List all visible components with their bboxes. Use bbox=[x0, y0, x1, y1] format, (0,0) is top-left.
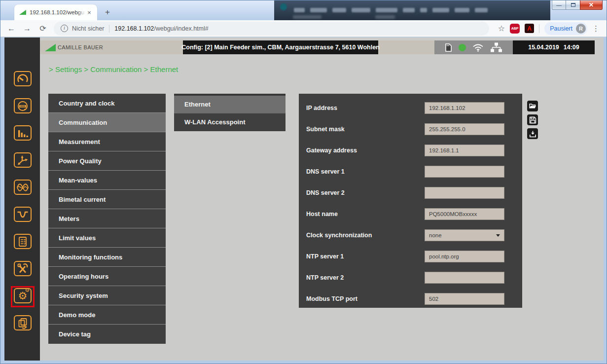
tab-favicon-triangle-icon bbox=[19, 10, 26, 15]
download-config-button[interactable] bbox=[527, 128, 538, 139]
brand-logo[interactable]: CAMILLE BAUER bbox=[45, 40, 103, 54]
menu-item-device-tag[interactable]: Device tag bbox=[48, 325, 166, 344]
menu-item-operating-hours[interactable]: Operating hours bbox=[48, 267, 166, 286]
webgui-page: ⚙ ⚙ CAMILLE BAUER Config: [2] Main Feede… bbox=[4, 37, 604, 361]
menu-item-limit-values[interactable]: Limit values bbox=[48, 228, 166, 248]
save-floppy-icon bbox=[529, 116, 536, 124]
clock-synchronization-label: Clock synchronization bbox=[306, 229, 372, 241]
data-export-icon bbox=[16, 317, 29, 329]
network-icon bbox=[490, 42, 502, 52]
tools-icon bbox=[16, 263, 29, 275]
browser-window: 192.168.1.102/webgui/index.html × + — ✕ … bbox=[0, 0, 607, 364]
sidebar-item-meter-display[interactable] bbox=[14, 98, 32, 113]
tab-close-icon[interactable]: × bbox=[85, 8, 93, 16]
sidebar-item-data-export[interactable] bbox=[14, 315, 32, 330]
waveform-icon bbox=[16, 182, 29, 193]
clock-synchronization-select[interactable]: none bbox=[425, 229, 504, 241]
menu-item-bimetal-current[interactable]: Bimetal current bbox=[48, 190, 166, 209]
subnet-mask-label: Subnet mask bbox=[306, 123, 345, 135]
dns-server-2-field[interactable] bbox=[425, 187, 504, 199]
info-icon[interactable]: i bbox=[61, 25, 68, 32]
save-config-button[interactable] bbox=[527, 114, 538, 125]
host-name-field[interactable] bbox=[425, 208, 504, 220]
brand-name: CAMILLE BAUER bbox=[58, 44, 103, 50]
status-strip bbox=[434, 40, 513, 54]
clock-synchronization-value: none bbox=[429, 232, 496, 238]
sidebar-item-phasor[interactable] bbox=[14, 152, 32, 168]
ntp-server-1-field[interactable] bbox=[425, 251, 504, 262]
address-bar[interactable]: i Nicht sicher 192.168.1.102 /webgui/ind… bbox=[54, 22, 489, 36]
menu-item-mean-values[interactable]: Mean-values bbox=[48, 171, 166, 190]
voltage-dip-icon bbox=[16, 209, 29, 220]
gauge-icon bbox=[16, 73, 29, 85]
dns-server-1-label: DNS server 1 bbox=[306, 166, 345, 178]
brand-triangle-icon bbox=[45, 44, 56, 51]
sync-paused-label: Pausiert bbox=[550, 25, 572, 32]
ip-address-label: IP address bbox=[306, 102, 337, 114]
new-tab-button[interactable]: + bbox=[101, 6, 114, 19]
maximize-icon bbox=[571, 3, 575, 7]
sidebar-item-settings[interactable]: ⚙ ⚙ bbox=[14, 288, 32, 303]
datetime-display: 15.04.2019 14:09 bbox=[513, 40, 595, 54]
menu-item-demo-mode[interactable]: Demo mode bbox=[48, 305, 166, 325]
dropdown-arrow-icon bbox=[496, 234, 500, 237]
profile-chip[interactable]: Pausiert R bbox=[544, 22, 587, 35]
tab-title: 192.168.1.102/webgui/index.html bbox=[30, 9, 85, 15]
ntp-server-1-label: NTP server 1 bbox=[306, 251, 344, 262]
open-config-button[interactable] bbox=[527, 101, 538, 111]
settings-gear-small-icon: ⚙ bbox=[25, 288, 30, 292]
forward-button[interactable]: → bbox=[21, 23, 33, 35]
close-button[interactable]: ✕ bbox=[580, 0, 603, 10]
toolbar-divider bbox=[539, 24, 539, 33]
maximize-button[interactable] bbox=[566, 0, 580, 10]
menu-item-monitoring-functions[interactable]: Monitoring functions bbox=[48, 248, 166, 267]
window-controls: — ✕ bbox=[552, 0, 603, 10]
phasor-diagram-icon bbox=[16, 154, 29, 166]
minimize-button[interactable]: — bbox=[552, 0, 566, 10]
avatar: R bbox=[576, 24, 586, 34]
browser-tab[interactable]: 192.168.1.102/webgui/index.html × bbox=[14, 4, 97, 20]
url-path: /webgui/index.html# bbox=[154, 25, 208, 32]
browser-titlebar: 192.168.1.102/webgui/index.html × + — ✕ bbox=[0, 0, 607, 20]
menu-item-country-and-clock[interactable]: Country and clock bbox=[48, 94, 166, 113]
breadcrumb: > Settings > Communication > Ethernet bbox=[49, 65, 178, 73]
sidebar-item-service[interactable] bbox=[14, 261, 32, 276]
ip-address-field[interactable] bbox=[425, 102, 504, 114]
omnibox-divider bbox=[109, 25, 109, 33]
app-header: CAMILLE BAUER Config: [2] Main Feeder si… bbox=[40, 40, 595, 54]
bookmark-star-icon[interactable]: ☆ bbox=[498, 24, 505, 33]
sidebar-item-events[interactable] bbox=[14, 234, 32, 249]
sidebar-item-harmonics[interactable] bbox=[14, 125, 32, 141]
gateway-address-field[interactable] bbox=[425, 145, 504, 156]
settings-menu: Country and clock Communication Measurem… bbox=[48, 94, 166, 344]
menu-item-communication[interactable]: Communication bbox=[48, 113, 166, 132]
browser-toolbar: ← → ⟳ i Nicht sicher 192.168.1.102 /webg… bbox=[0, 20, 607, 37]
adblock-extension-icon[interactable]: ABP bbox=[510, 24, 520, 34]
url-host: 192.168.1.102 bbox=[114, 25, 154, 32]
communication-submenu: Ethernet W-LAN Accesspoint bbox=[174, 94, 286, 131]
meter-display-icon bbox=[16, 100, 29, 112]
background-app-icon bbox=[280, 3, 287, 10]
open-folder-icon bbox=[529, 103, 536, 109]
reload-button[interactable]: ⟳ bbox=[37, 23, 49, 35]
ntp-server-2-field[interactable] bbox=[425, 272, 504, 284]
subnet-mask-field[interactable] bbox=[425, 123, 504, 135]
back-button[interactable]: ← bbox=[5, 23, 17, 35]
menu-item-power-quality[interactable]: Power Quality bbox=[48, 151, 166, 171]
menu-item-meters[interactable]: Meters bbox=[48, 209, 166, 228]
sidebar-item-gauge[interactable] bbox=[14, 71, 32, 86]
acrobat-extension-icon[interactable]: A bbox=[525, 24, 534, 33]
submenu-item-wlan-accesspoint[interactable]: W-LAN Accesspoint bbox=[174, 113, 286, 131]
submenu-item-ethernet[interactable]: Ethernet bbox=[174, 96, 286, 113]
modbus-tcp-port-label: Modbus TCP port bbox=[306, 293, 357, 305]
time-label: 14:09 bbox=[564, 44, 579, 51]
menu-item-security-system[interactable]: Security system bbox=[48, 286, 166, 305]
menu-item-measurement[interactable]: Measurement bbox=[48, 132, 166, 151]
dns-server-1-field[interactable] bbox=[425, 166, 504, 178]
modbus-tcp-port-field[interactable] bbox=[425, 293, 504, 305]
sidebar-item-waveform[interactable] bbox=[14, 180, 32, 195]
app-sidebar: ⚙ ⚙ bbox=[4, 37, 40, 361]
sidebar-item-voltage-dip[interactable] bbox=[14, 207, 32, 222]
browser-menu-icon[interactable]: ⋮ bbox=[592, 24, 600, 33]
date-label: 15.04.2019 bbox=[528, 44, 559, 51]
